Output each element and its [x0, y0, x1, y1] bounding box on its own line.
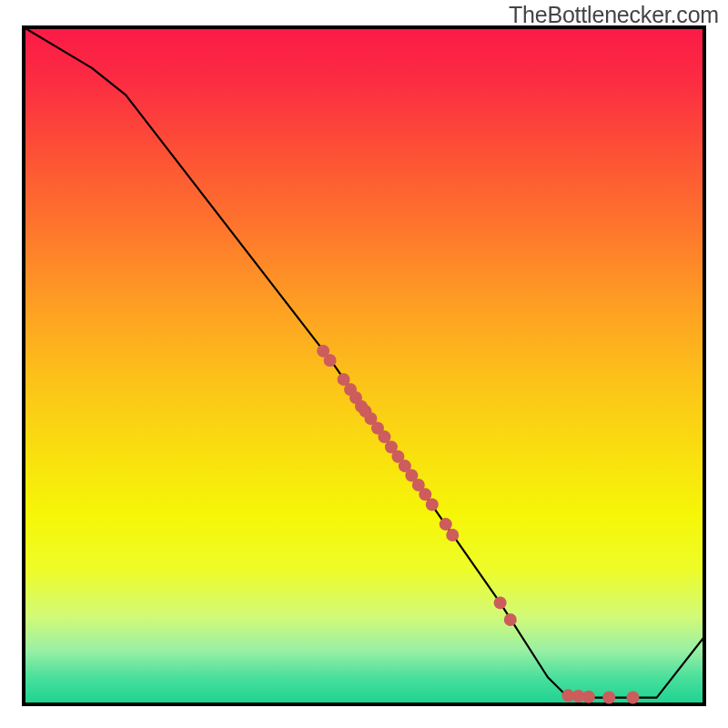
chart-canvas [0, 0, 728, 728]
watermark-label: TheBottlenecker.com [509, 2, 719, 28]
chart-container: TheBottlenecker.com [0, 0, 728, 728]
